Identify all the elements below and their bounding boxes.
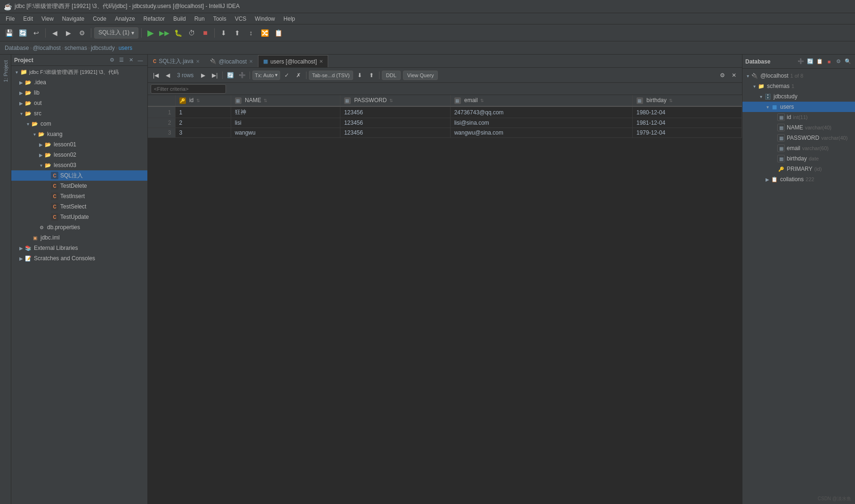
cell-birthday-2[interactable]: 1979-12-04	[632, 128, 742, 138]
tree-root[interactable]: ▾ 📁 jdbc F:\班级管理\西开 [19921] \3、代码	[11, 67, 147, 77]
toolbar-save-btn[interactable]: 💾	[3, 27, 15, 39]
export-btn[interactable]: ⬇	[355, 70, 365, 80]
db-tree-field-name[interactable]: ▦ NAME varchar(40)	[742, 122, 855, 133]
project-layout-btn[interactable]: ☰	[117, 56, 126, 64]
cell-name-0[interactable]: 狂神	[231, 106, 340, 118]
tree-com[interactable]: ▾ 📂 com	[11, 119, 147, 129]
menu-help[interactable]: Help	[280, 15, 299, 23]
cell-password-2[interactable]: 123456	[340, 128, 450, 138]
tree-lesson03[interactable]: ▾ 📂 lesson03	[11, 160, 147, 170]
db-tree-field-id[interactable]: ▦ id int(11)	[742, 112, 855, 122]
cell-email-2[interactable]: wangwu@sina.com	[450, 128, 632, 138]
tab-sqlinjection-close[interactable]: ✕	[196, 59, 200, 64]
tree-extlibs[interactable]: ▶ 📚 External Libraries	[11, 243, 147, 253]
tree-sqlinjection[interactable]: C SQL注入	[11, 170, 147, 181]
run-button[interactable]: ▶	[145, 27, 157, 39]
tree-idea[interactable]: ▶ 📂 .idea	[11, 77, 147, 88]
db-tree-field-email[interactable]: ▦ email varchar(60)	[742, 143, 855, 153]
toolbar-run-config-btn[interactable]: ⚙	[76, 27, 88, 39]
prev-page-btn[interactable]: ◀	[162, 70, 173, 80]
project-settings-btn[interactable]: ⚙	[108, 56, 116, 64]
vcs-btn-5[interactable]: 📋	[272, 27, 284, 39]
reload-btn[interactable]: 🔄	[225, 70, 235, 80]
cell-password-0[interactable]: 123456	[340, 106, 450, 118]
tree-scratches[interactable]: ▶ 📝 Scratches and Consoles	[11, 253, 147, 264]
cell-email-0[interactable]: 24736743@qq.com	[450, 106, 632, 118]
db-tree-collations[interactable]: ▶ 📋 collations 222	[742, 174, 855, 184]
toolbar-back-btn[interactable]: ◀	[48, 27, 61, 39]
breadcrumb-database[interactable]: Database	[5, 45, 29, 51]
breadcrumb-jdbcstudy[interactable]: jdbcstudy	[91, 45, 115, 51]
col-header-email[interactable]: ▦ email ⇅	[450, 95, 632, 106]
cell-id-2[interactable]: 3	[175, 128, 231, 138]
tree-lesson01[interactable]: ▶ 📂 lesson01	[11, 139, 147, 150]
tree-lesson02[interactable]: ▶ 📂 lesson02	[11, 150, 147, 160]
db-settings-btn[interactable]: ⚙	[834, 57, 843, 66]
db-stop-btn[interactable]: ■	[825, 57, 833, 66]
project-minimize-btn[interactable]: —	[136, 56, 145, 64]
tab-localhost[interactable]: 🔌 @localhost ✕	[205, 55, 258, 67]
menu-navigate[interactable]: Navigate	[58, 15, 88, 23]
toolbar-refresh-btn[interactable]: ↩	[30, 27, 42, 39]
db-refresh-btn[interactable]: 🔄	[806, 57, 815, 66]
breadcrumb-users[interactable]: users	[119, 45, 132, 51]
db-tree-jdbcstudy[interactable]: ▾ 🗄️ jdbcstudy	[742, 91, 855, 102]
col-header-id[interactable]: 🔑 id ⇅	[175, 95, 231, 106]
db-tree-field-birthday[interactable]: ▦ birthday date	[742, 153, 855, 164]
vcs-btn-2[interactable]: ⬆	[231, 27, 243, 39]
commit-btn[interactable]: ✓	[282, 70, 292, 80]
import-btn[interactable]: ⬆	[366, 70, 377, 80]
run-coverage-btn[interactable]: ▶▶	[158, 27, 170, 39]
menu-code[interactable]: Code	[89, 15, 110, 23]
toolbar-sync-btn[interactable]: 🔄	[16, 27, 29, 39]
tab-users[interactable]: ▦ users [@localhost] ✕	[258, 55, 328, 67]
db-schema-btn[interactable]: 📋	[815, 57, 824, 66]
tree-dbproperties[interactable]: ⚙ db.properties	[11, 222, 147, 232]
tab-sqlinjection[interactable]: C SQL注入.java ✕	[148, 55, 205, 67]
last-page-btn[interactable]: ▶|	[210, 70, 220, 80]
sql-inject-dropdown[interactable]: SQL注入 (1) ▾	[94, 27, 138, 39]
tree-jdbciml[interactable]: ▣ jdbc.iml	[11, 232, 147, 243]
tx-selector[interactable]: Tx: Auto ▾	[252, 71, 280, 80]
menu-file[interactable]: File	[2, 15, 18, 23]
cell-birthday-1[interactable]: 1981-12-04	[632, 118, 742, 128]
breadcrumb-localhost[interactable]: @localhost	[32, 45, 61, 51]
debug-btn[interactable]: 🐛	[172, 27, 184, 39]
menu-window[interactable]: Window	[251, 15, 279, 23]
menu-analyze[interactable]: Analyze	[111, 15, 139, 23]
col-header-name[interactable]: ▦ NAME ⇅	[231, 95, 340, 106]
menu-run[interactable]: Run	[191, 15, 209, 23]
tree-src[interactable]: ▾ 📂 src	[11, 108, 147, 119]
cell-id-1[interactable]: 2	[175, 118, 231, 128]
tree-out[interactable]: ▶ 📂 out	[11, 98, 147, 108]
menu-vcs[interactable]: VCS	[231, 15, 250, 23]
vcs-btn-4[interactable]: 🔀	[258, 27, 271, 39]
db-add-btn[interactable]: ➕	[797, 57, 805, 66]
first-page-btn[interactable]: |◀	[151, 70, 161, 80]
db-tree-field-password[interactable]: ▦ PASSWORD varchar(40)	[742, 133, 855, 143]
vcs-btn-3[interactable]: ↕	[245, 27, 257, 39]
vertical-tab-project[interactable]: 1: Project	[1, 56, 10, 86]
table-row[interactable]: 1 1 狂神 123456 24736743@qq.com 1980-12-04	[148, 106, 742, 118]
tab-localhost-close[interactable]: ✕	[249, 59, 253, 64]
tree-testupdate[interactable]: C TestUpdate	[11, 212, 147, 222]
tree-kuang[interactable]: ▾ 📂 kuang	[11, 129, 147, 139]
cell-id-0[interactable]: 1	[175, 106, 231, 118]
project-close-btn[interactable]: ✕	[127, 56, 135, 64]
db-tree-users[interactable]: ▾ ▦ users	[742, 102, 855, 112]
menu-refactor[interactable]: Refactor	[140, 15, 169, 23]
add-row-btn[interactable]: ➕	[237, 70, 247, 80]
col-header-birthday[interactable]: ▦ birthday ⇅	[632, 95, 742, 106]
vcs-btn-1[interactable]: ⬇	[218, 27, 230, 39]
tree-testdelete[interactable]: C TestDelete	[11, 181, 147, 191]
tab-users-close[interactable]: ✕	[319, 59, 323, 64]
menu-edit[interactable]: Edit	[19, 15, 37, 23]
cell-name-2[interactable]: wangwu	[231, 128, 340, 138]
tab-tsv-btn[interactable]: Tab-se...d (TSV)	[309, 71, 353, 80]
settings-btn[interactable]: ⚙	[717, 70, 727, 80]
stop-btn[interactable]: ■	[199, 27, 211, 39]
table-row[interactable]: 2 2 lisi 123456 lisi@sina.com 1981-12-04	[148, 118, 742, 128]
menu-tools[interactable]: Tools	[210, 15, 230, 23]
cell-name-1[interactable]: lisi	[231, 118, 340, 128]
ddl-btn[interactable]: DDL	[382, 71, 401, 80]
